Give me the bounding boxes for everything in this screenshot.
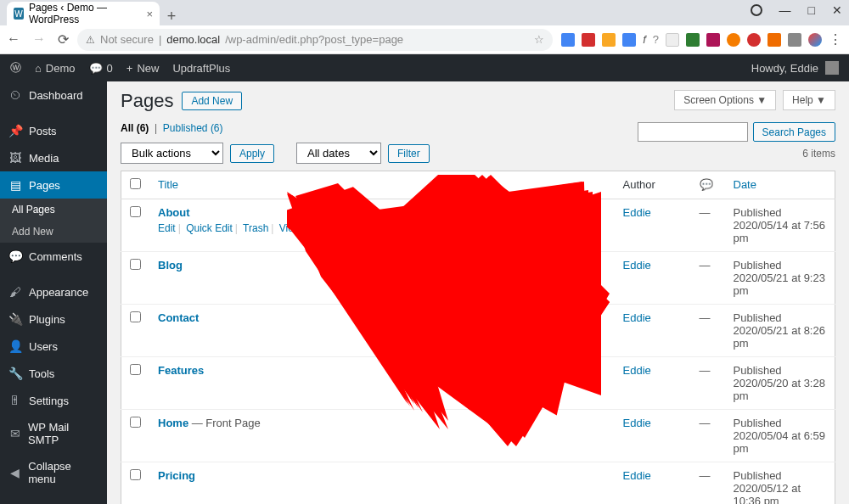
table-row: Features Eddie — Published2020/05/20 at … <box>121 357 835 410</box>
row-checkbox[interactable] <box>130 364 141 375</box>
row-action-view[interactable]: View <box>279 222 301 234</box>
row-checkbox[interactable] <box>130 417 141 428</box>
sidebar-item-users[interactable]: 👤Users <box>0 333 107 360</box>
dates-select[interactable]: All dates <box>296 143 381 164</box>
page-title-link[interactable]: Features <box>158 364 204 377</box>
author-link[interactable]: Eddie <box>623 364 651 377</box>
filter-all[interactable]: All (6) <box>121 122 149 134</box>
new-link[interactable]: +New <box>127 62 160 75</box>
page-title-link[interactable]: Pricing <box>158 469 195 482</box>
author-link[interactable]: Eddie <box>623 259 651 272</box>
back-icon[interactable]: ← <box>7 31 20 48</box>
sidebar-item-appearance[interactable]: 🖌Appearance <box>0 278 107 305</box>
page-title-link[interactable]: About <box>158 206 190 219</box>
sidebar-sub-add-new[interactable]: Add New <box>0 221 107 243</box>
close-window-icon[interactable]: ✕ <box>832 3 842 17</box>
select-all-checkbox[interactable] <box>130 178 141 189</box>
date-cell: Published2020/05/21 at 9:23 pm <box>725 252 835 305</box>
dashboard-icon: ⏲ <box>8 88 22 102</box>
author-link[interactable]: Eddie <box>623 417 651 429</box>
row-action-edit[interactable]: Edit <box>158 222 176 234</box>
sidebar-item-posts[interactable]: 📌Posts <box>0 117 107 144</box>
minimize-icon[interactable]: — <box>779 3 791 17</box>
sidebar-item-media[interactable]: 🖼Media <box>0 144 107 171</box>
reload-icon[interactable]: ⟳ <box>58 31 69 48</box>
site-link[interactable]: ⌂Demo <box>35 62 76 75</box>
page-title-link[interactable]: Home <box>158 417 188 429</box>
author-link[interactable]: Eddie <box>623 311 651 324</box>
comments-link[interactable]: 💬0 <box>89 62 113 75</box>
mail-icon: ✉ <box>8 427 21 440</box>
ext-icon[interactable] <box>602 33 616 47</box>
ext-icon[interactable] <box>666 33 679 47</box>
author-link[interactable]: Eddie <box>623 206 651 219</box>
forward-icon: → <box>32 31 46 48</box>
search-input[interactable] <box>638 122 748 142</box>
apply-button[interactable]: Apply <box>230 144 274 163</box>
wp-logo[interactable]: ⓦ <box>10 60 21 76</box>
avatar-icon[interactable] <box>808 33 822 47</box>
sidebar-item-comments[interactable]: 💬Comments <box>0 243 107 270</box>
browser-tab[interactable]: W Pages ‹ Demo — WordPress × <box>7 2 160 25</box>
plus-icon: + <box>127 62 133 75</box>
row-action-duplicate[interactable]: Duplicate <box>312 222 354 234</box>
search-button[interactable]: Search Pages <box>753 122 835 142</box>
howdy-label[interactable]: Howdy, Eddie <box>751 62 818 75</box>
star-icon[interactable]: ☆ <box>534 33 544 46</box>
brush-icon: 🖌 <box>8 285 22 299</box>
ext-icon[interactable]: ? <box>653 33 659 46</box>
col-author: Author <box>615 171 691 199</box>
row-checkbox[interactable] <box>130 206 141 217</box>
ext-icon[interactable] <box>561 33 575 47</box>
date-cell: Published2020/05/04 at 6:59 pm <box>725 410 835 462</box>
maximize-icon[interactable]: □ <box>808 3 815 17</box>
ext-icon[interactable] <box>582 33 595 47</box>
comments-count: — <box>691 410 725 462</box>
row-action-quick-edit[interactable]: Quick Edit <box>186 222 233 234</box>
add-new-button[interactable]: Add New <box>182 92 242 110</box>
screen-options-button[interactable]: Screen Options ▼ <box>674 90 776 110</box>
col-date[interactable]: Date <box>734 178 756 191</box>
ext-icon[interactable] <box>767 33 781 47</box>
ext-icon[interactable] <box>747 33 761 47</box>
wordpress-favicon-icon: W <box>14 8 24 20</box>
user-avatar-icon[interactable] <box>825 61 839 75</box>
page-suffix: — Front Page <box>188 417 261 429</box>
ext-icon[interactable] <box>706 33 720 47</box>
table-row: Pricing Eddie — Published2020/05/12 at 1… <box>121 462 835 505</box>
ext-icon[interactable] <box>622 33 636 47</box>
new-tab-button[interactable]: + <box>160 8 183 25</box>
address-bar[interactable]: ⚠ Not secure | demo.local/wp-admin/edit.… <box>77 29 553 51</box>
sidebar-item-tools[interactable]: 🔧Tools <box>0 360 107 387</box>
sidebar-item-wpmail[interactable]: ✉WP Mail SMTP <box>0 414 107 453</box>
sidebar-item-settings[interactable]: 🎚Settings <box>0 387 107 414</box>
help-button[interactable]: Help ▼ <box>783 90 835 110</box>
table-row: Home — Front Page Eddie — Published2020/… <box>121 410 835 462</box>
close-tab-icon[interactable]: × <box>146 8 153 20</box>
sidebar-collapse[interactable]: ◀Collapse menu <box>0 453 107 492</box>
sidebar-item-dashboard[interactable]: ⏲Dashboard <box>0 81 107 109</box>
page-title-link[interactable]: Blog <box>158 259 183 272</box>
filter-published[interactable]: Published (6) <box>163 122 223 134</box>
ext-icon[interactable]: f <box>643 33 646 46</box>
bulk-actions-select[interactable]: Bulk actions <box>121 143 223 164</box>
sidebar-item-plugins[interactable]: 🔌Plugins <box>0 305 107 333</box>
ext-icon[interactable] <box>686 33 700 47</box>
col-comments-icon[interactable]: 💬 <box>691 171 725 199</box>
updraft-link[interactable]: UpdraftPlus <box>172 62 230 75</box>
sidebar-item-pages[interactable]: ▤Pages <box>0 171 107 199</box>
filter-button[interactable]: Filter <box>388 144 430 163</box>
date-cell: Published2020/05/14 at 7:56 pm <box>725 199 835 252</box>
page-title-link[interactable]: Contact <box>158 311 199 324</box>
sidebar-sub-all-pages[interactable]: All Pages <box>0 199 107 221</box>
ext-icon[interactable] <box>788 33 801 47</box>
author-link[interactable]: Eddie <box>623 469 651 482</box>
ext-icon[interactable] <box>727 33 740 47</box>
row-checkbox[interactable] <box>130 259 141 270</box>
col-title[interactable]: Title <box>158 178 178 191</box>
row-checkbox[interactable] <box>130 469 141 480</box>
row-action-trash[interactable]: Trash <box>243 222 268 234</box>
menu-icon[interactable]: ⋮ <box>829 31 842 48</box>
profile-icon[interactable] <box>751 4 762 16</box>
row-checkbox[interactable] <box>130 311 141 322</box>
